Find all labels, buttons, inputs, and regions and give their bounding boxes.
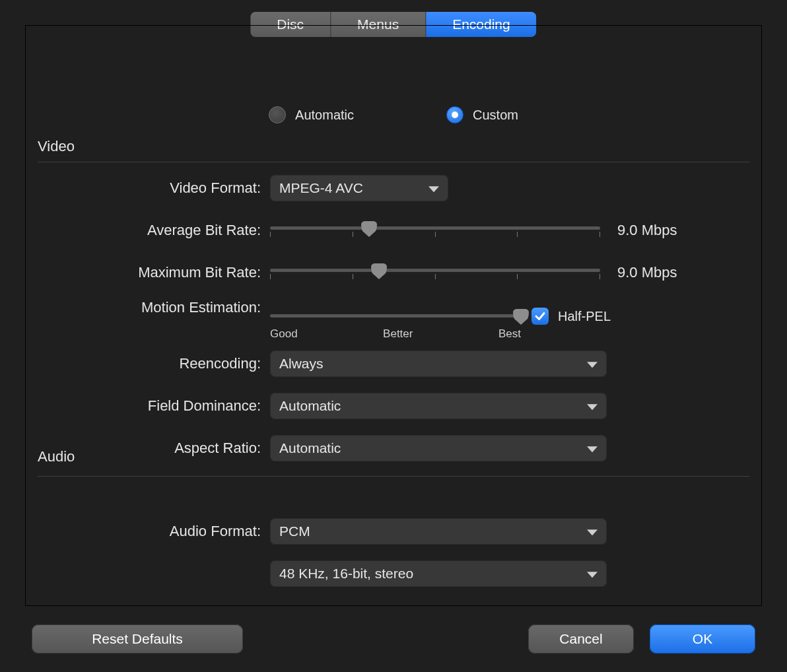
encoding-mode-group: Automatic Custom [26,106,761,123]
slider-max-bitrate[interactable] [270,259,600,286]
dialog-buttons: Reset Defaults Cancel OK [32,624,755,654]
checkbox-half-pel[interactable]: Half-PEL [531,308,611,325]
checkbox-box-icon [531,308,549,325]
row-avg-bitrate: Average Bit Rate: 9.0 Mbps [38,209,749,252]
reset-defaults-button[interactable]: Reset Defaults [32,624,243,654]
radio-custom-label: Custom [473,108,518,123]
select-reencoding[interactable]: Always [270,351,607,377]
slider-motion-estimation[interactable]: Good Better Best [270,305,521,331]
row-audio-details: 48 KHz, 16-bit, stereo [38,553,749,595]
label-avg-bitrate: Average Bit Rate: [38,222,270,239]
slider-ticks [270,274,600,281]
encoding-settings-dialog: Disc Menus Encoding Automatic Custom Vid… [0,0,787,672]
checkbox-half-pel-label: Half-PEL [558,309,611,324]
slider-tick-labels: Good Better Best [270,327,521,341]
row-aspect-ratio: Aspect Ratio: Automatic [38,427,749,469]
reset-defaults-label: Reset Defaults [92,631,183,646]
row-reencoding: Reencoding: Always [38,343,749,385]
row-motion-estimation: Motion Estimation: Good Better Best [38,294,749,343]
label-reencoding: Reencoding: [38,355,270,372]
label-field-dominance: Field Dominance: [38,397,270,415]
chevron-down-icon [587,572,598,578]
select-field-dominance[interactable]: Automatic [270,393,607,419]
select-audio-format[interactable]: PCM [270,518,607,545]
cancel-label: Cancel [559,631,602,646]
row-max-bitrate: Maximum Bit Rate: 9.0 Mbps [38,252,749,294]
value-max-bitrate: 9.0 Mbps [617,264,677,281]
slider-track [270,314,521,318]
ok-button[interactable]: OK [650,624,755,654]
slider-thumb[interactable] [513,309,529,325]
select-audio-details[interactable]: 48 KHz, 16-bit, stereo [270,560,607,587]
radio-dot-icon [269,106,286,123]
label-motion-estimation: Motion Estimation: [38,299,270,316]
chevron-down-icon [587,404,598,410]
slider-track [270,269,600,272]
section-title-video: Video [38,138,75,155]
slider-track [270,226,600,230]
ok-label: OK [693,631,712,646]
select-video-format[interactable]: MPEG-4 AVC [270,175,448,201]
value-avg-bitrate: 9.0 Mbps [617,222,677,239]
radio-custom[interactable]: Custom [446,106,518,123]
tick-best: Best [498,327,521,341]
content-frame: Automatic Custom Video Video Format: MPE… [25,25,762,606]
tick-better: Better [383,327,413,341]
label-audio-format: Audio Format: [38,523,270,540]
radio-automatic[interactable]: Automatic [269,106,354,123]
select-aspect-ratio[interactable]: Automatic [270,435,607,461]
row-video-format: Video Format: MPEG-4 AVC [38,167,749,209]
chevron-down-icon [587,362,598,368]
slider-avg-bitrate[interactable] [270,217,600,244]
select-field-dominance-value: Automatic [279,398,341,414]
label-max-bitrate: Maximum Bit Rate: [38,264,270,281]
select-audio-details-value: 48 KHz, 16-bit, stereo [279,566,413,582]
radio-dot-icon [446,106,463,123]
row-field-dominance: Field Dominance: Automatic [38,385,749,427]
section-title-audio: Audio [38,448,75,465]
divider [38,162,749,162]
select-audio-format-value: PCM [279,523,310,539]
select-video-format-value: MPEG-4 AVC [279,180,363,196]
chevron-down-icon [428,186,439,192]
radio-automatic-label: Automatic [295,108,354,123]
tick-good: Good [270,327,298,341]
select-reencoding-value: Always [279,356,324,372]
row-audio-format: Audio Format: PCM [38,510,749,553]
cancel-button[interactable]: Cancel [528,624,634,654]
video-settings: Video Format: MPEG-4 AVC Average Bit Rat… [38,167,749,592]
divider [38,476,749,477]
chevron-down-icon [587,529,598,535]
chevron-down-icon [587,446,598,452]
slider-ticks [270,232,600,238]
label-video-format: Video Format: [38,180,270,197]
select-aspect-ratio-value: Automatic [279,440,341,456]
